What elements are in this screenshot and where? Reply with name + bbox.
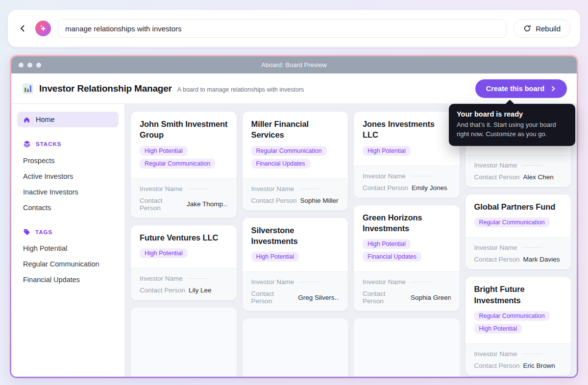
investor-card[interactable]: Green Horizons InvestmentsHigh Potential… — [354, 205, 460, 312]
contact-person-value: Sophie Miller — [300, 197, 339, 204]
investor-name-field: Investor Name — [140, 185, 228, 192]
card-title: Miller Financial Services — [251, 119, 340, 141]
investor-name-field: Investor Name — [474, 350, 563, 358]
contact-person-value: Sophia Green — [411, 294, 450, 301]
tag-list: Regular Communication — [474, 217, 563, 227]
card-title: Global Partners Fund — [474, 201, 563, 212]
tag-pill: High Potential — [251, 252, 299, 262]
chevron-left-icon — [18, 24, 27, 33]
sidebar-item-tag[interactable]: Financial Updates — [17, 272, 119, 288]
sidebar-item-stack[interactable]: Inactive Investors — [17, 184, 119, 200]
card-top: Green Horizons InvestmentsHigh Potential… — [354, 205, 460, 272]
field-label: Investor Name — [140, 185, 183, 192]
sidebar-item-tag[interactable]: Regular Communication — [17, 256, 119, 272]
tag-pill: Regular Communication — [474, 311, 550, 321]
tag-pill: High Potential — [140, 248, 188, 258]
card-footer: Investor NameContact PersonJake Thomp… — [131, 178, 237, 218]
sidebar-item-stack[interactable]: Contacts — [17, 200, 119, 216]
tag-pill: Regular Communication — [140, 159, 215, 168]
investor-name-field: Investor Name — [363, 278, 451, 286]
rebuild-button[interactable]: Rebuild — [514, 19, 570, 38]
board-column: Investor NameContact PersonAlex ChenGlob… — [466, 112, 571, 377]
empty-value-line — [522, 165, 542, 166]
investor-card[interactable]: Miller Financial ServicesRegular Communi… — [243, 112, 348, 211]
empty-value-line — [522, 247, 542, 248]
tag-pill: Regular Communication — [251, 146, 327, 156]
tags-section-header: TAGS — [17, 228, 119, 236]
tag-list: High Potential — [140, 248, 228, 258]
field-label: Investor Name — [474, 244, 517, 251]
card-footer: Investor NameContact PersonGreg Silvers… — [243, 271, 348, 311]
card-title: Jones Investments LLC — [363, 119, 451, 141]
investor-card[interactable]: John Smith Investment GroupHigh Potentia… — [131, 112, 237, 218]
prompt-toolbar: Rebuild — [8, 10, 580, 47]
investor-card[interactable]: Bright Future InvestmentsRegular Communi… — [466, 277, 571, 376]
app-header: Investor Relationship Manager A board to… — [11, 73, 577, 104]
card-title: Silverstone Investments — [251, 225, 340, 247]
investor-card[interactable]: Jones Investments LLCHigh PotentialInves… — [354, 112, 460, 198]
create-board-button[interactable]: Create this board — [475, 79, 567, 98]
contact-person-value: Jake Thomp… — [187, 200, 228, 208]
empty-value-line — [299, 189, 319, 189]
empty-card — [354, 318, 460, 377]
contact-person-field: Contact PersonSophia Green — [363, 290, 451, 305]
card-top: Future Ventures LLCHigh Potential — [131, 225, 237, 268]
stacks-list: ProspectsActive InvestorsInactive Invest… — [17, 153, 119, 216]
contact-person-field: Contact PersonJake Thomp… — [140, 197, 228, 212]
sidebar-item-home[interactable]: Home — [17, 112, 119, 127]
contact-person-field: Contact PersonEmily Jones — [363, 184, 451, 192]
field-label: Contact Person — [474, 362, 520, 369]
card-top: Miller Financial ServicesRegular Communi… — [243, 112, 348, 178]
sparkle-icon — [35, 21, 51, 36]
contact-person-value: Mark Davies — [523, 256, 560, 263]
card-title: Green Horizons Investments — [363, 212, 451, 234]
investor-name-field: Investor Name — [363, 172, 451, 180]
investor-card[interactable]: Global Partners FundRegular Communicatio… — [466, 194, 571, 269]
window-title: Aboard: Board Preview — [11, 61, 577, 69]
tooltip-body: And that’s it. Start using your board ri… — [457, 120, 567, 139]
empty-value-line — [188, 278, 208, 279]
stacks-section-header: STACKS — [17, 140, 119, 148]
tag-list: Regular CommunicationFinancial Updates — [251, 146, 340, 168]
window-titlebar: Aboard: Board Preview — [11, 56, 577, 73]
board-subtitle: A board to manage relationships with inv… — [177, 86, 304, 93]
bar-chart-icon — [22, 83, 34, 95]
contact-person-value: Greg Silvers… — [298, 294, 339, 301]
tag-pill: High Potential — [363, 239, 411, 249]
card-title: Future Ventures LLC — [140, 232, 228, 243]
investor-card[interactable]: Future Ventures LLCHigh PotentialInvesto… — [131, 225, 237, 300]
board-title: Investor Relationship Manager — [39, 83, 172, 94]
investor-name-field: Investor Name — [140, 275, 228, 282]
tag-pill: Regular Communication — [474, 217, 550, 227]
tag-icon — [23, 228, 30, 236]
page-background: { "toolbar": { "query": "manage relation… — [0, 0, 588, 385]
card-footer: Investor NameContact PersonMark Davies — [466, 237, 571, 269]
board-column: Miller Financial ServicesRegular Communi… — [243, 112, 348, 377]
sidebar-item-stack[interactable]: Active Investors — [17, 168, 119, 184]
contact-person-field: Contact PersonMark Davies — [474, 256, 563, 263]
investor-name-field: Investor Name — [474, 244, 563, 251]
field-label: Contact Person — [251, 197, 297, 204]
rebuild-label: Rebuild — [536, 24, 561, 33]
prompt-input[interactable] — [58, 19, 507, 38]
empty-value-line — [522, 354, 542, 354]
card-top: Silverstone InvestmentsHigh Potential — [243, 218, 348, 272]
empty-value-line — [411, 176, 431, 176]
tags-section-label: TAGS — [35, 229, 52, 235]
board-preview-window: Aboard: Board Preview Investor Relations… — [10, 55, 578, 378]
empty-value-line — [188, 189, 208, 189]
back-button[interactable] — [17, 23, 28, 34]
tag-list: High Potential — [251, 252, 340, 262]
field-label: Investor Name — [251, 278, 294, 286]
tag-list: High Potential — [363, 146, 451, 156]
sidebar-item-stack[interactable]: Prospects — [17, 153, 119, 168]
board-ready-tooltip: Your board is ready And that’s it. Start… — [449, 104, 575, 146]
card-top: Bright Future InvestmentsRegular Communi… — [466, 277, 571, 343]
tag-pill: High Potential — [474, 324, 522, 334]
card-footer: Investor NameContact PersonSophie Miller — [243, 178, 348, 211]
card-footer: Investor NameContact PersonAlex Chen — [466, 155, 571, 187]
field-label: Contact Person — [140, 287, 185, 294]
investor-card[interactable]: Silverstone InvestmentsHigh PotentialInv… — [243, 218, 348, 312]
sidebar-item-tag[interactable]: High Potential — [17, 241, 119, 256]
tag-pill: High Potential — [140, 146, 188, 156]
